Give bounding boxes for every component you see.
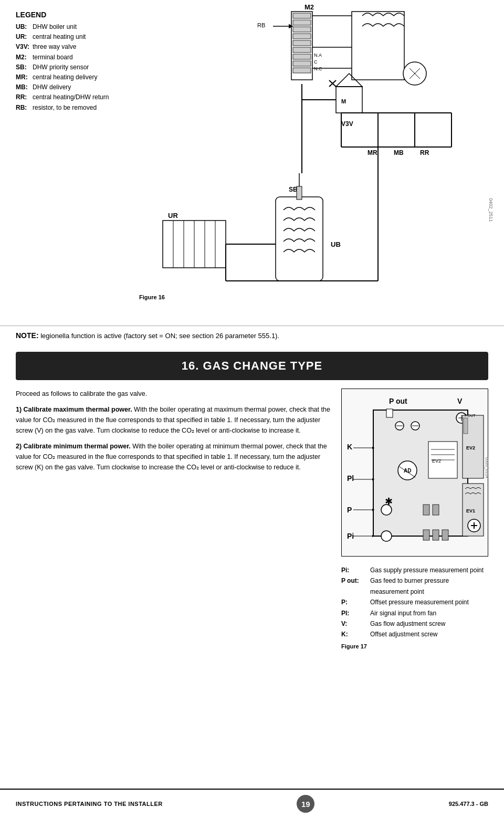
svg-text:EV1: EV1 bbox=[466, 508, 475, 513]
legend-desc: resistor, to be removed bbox=[33, 104, 97, 111]
section16-step1: 1) Calibrate maximum thermal power. With… bbox=[16, 404, 331, 436]
legend-desc: terminal board bbox=[33, 54, 73, 61]
legend-item: UB:DHW boiler unit bbox=[16, 22, 131, 32]
legend-abbr: SB: bbox=[16, 62, 33, 72]
svg-text:Pi: Pi bbox=[347, 532, 354, 540]
svg-point-93 bbox=[381, 505, 392, 515]
gas-legend-val: Gas supply pressure measurement point bbox=[370, 565, 488, 575]
svg-text:P.OUT: P.OUT bbox=[465, 414, 476, 417]
gas-legend-key: K: bbox=[341, 629, 370, 639]
gas-valve-diagram: P out V K Pl P Pi EV2 bbox=[341, 389, 488, 557]
legend-abbr: RB: bbox=[16, 103, 33, 113]
figure17-container: P out V K Pl P Pi EV2 bbox=[341, 389, 488, 649]
svg-rect-9 bbox=[293, 61, 311, 66]
svg-text:N.C: N.C bbox=[314, 66, 322, 71]
svg-rect-6 bbox=[293, 40, 311, 46]
svg-rect-7 bbox=[293, 47, 311, 53]
svg-text:M: M bbox=[341, 98, 346, 104]
svg-text:K: K bbox=[347, 443, 352, 451]
svg-text:UR: UR bbox=[168, 212, 178, 219]
gas-legend-item: Pi:Gas supply pressure measurement point bbox=[341, 565, 488, 575]
svg-text:UB: UB bbox=[331, 240, 341, 248]
legend-desc: central heating unit bbox=[33, 33, 86, 40]
svg-text:N.A: N.A bbox=[314, 53, 322, 58]
legend-abbr: RR: bbox=[16, 92, 33, 102]
legend-abbr: UR: bbox=[16, 32, 33, 42]
svg-rect-95 bbox=[433, 505, 439, 515]
svg-rect-3 bbox=[293, 20, 311, 25]
legend-abbr: UB: bbox=[16, 22, 33, 32]
svg-text:M2: M2 bbox=[304, 3, 314, 11]
legend-desc: DHW priority sensor bbox=[33, 64, 89, 71]
legend: LEGEND UB:DHW boiler unitUR:central heat… bbox=[16, 11, 131, 113]
gas-legend-item: K:Offset adjustment screw bbox=[341, 629, 488, 639]
svg-text:0402_2511: 0402_2511 bbox=[488, 198, 494, 222]
gas-legend-key: Pl: bbox=[341, 608, 370, 618]
gas-valve-svg: P out V K Pl P Pi EV2 bbox=[342, 389, 489, 557]
gas-legend-item: V:Gas flow adjustment screw bbox=[341, 618, 488, 629]
svg-text:RB: RB bbox=[257, 22, 265, 28]
figure17-label: Figure 17 bbox=[341, 643, 488, 649]
gas-legend-key: V: bbox=[341, 618, 370, 629]
svg-text:P: P bbox=[347, 506, 352, 514]
legend-desc: central heating delivery bbox=[33, 74, 97, 81]
gas-legend-item: P:Offset pressure measurement point bbox=[341, 597, 488, 607]
legend-item: RB:resistor, to be removed bbox=[16, 103, 131, 113]
gas-legend-val: Gas flow adjustment screw bbox=[370, 618, 488, 629]
legend-abbr: V3V: bbox=[16, 42, 33, 52]
svg-point-96 bbox=[381, 531, 392, 541]
svg-text:0310_0114: 0310_0114 bbox=[485, 457, 489, 479]
gas-legend-key: P out: bbox=[341, 575, 370, 597]
legend-item: MB:DHW delivery bbox=[16, 82, 131, 92]
legend-desc: central heating/DHW return bbox=[33, 93, 109, 101]
figure16-diagram: M2 N.A C N.C RB bbox=[136, 0, 494, 305]
svg-rect-94 bbox=[423, 505, 429, 515]
svg-text:EV2: EV2 bbox=[432, 458, 441, 464]
gas-legend-key: P: bbox=[341, 597, 370, 607]
svg-rect-43 bbox=[297, 186, 302, 200]
gas-legend-item: Pl:Air signal input from fan bbox=[341, 608, 488, 618]
legend-item: M2:terminal board bbox=[16, 53, 131, 62]
svg-rect-99 bbox=[442, 530, 448, 540]
note-label: NOTE: bbox=[16, 331, 39, 340]
svg-rect-98 bbox=[433, 530, 439, 540]
svg-text:V: V bbox=[457, 397, 463, 405]
footer-page-number: 19 bbox=[297, 795, 314, 813]
svg-rect-73 bbox=[464, 418, 468, 434]
section16-text: Proceed as follows to calibrate the gas … bbox=[16, 389, 331, 649]
footer: INSTRUCTIONS PERTAINING TO THE INSTALLER… bbox=[0, 789, 504, 818]
gas-legend-val: Air signal input from fan bbox=[370, 608, 488, 618]
legend-item: UR:central heating unit bbox=[16, 32, 131, 42]
step2-title: 2) Calibrate minimum thermal power. bbox=[16, 443, 131, 450]
gas-legend-val: Gas feed to burner pressure measurement … bbox=[370, 575, 488, 597]
legend-item: V3V:three way valve bbox=[16, 42, 131, 52]
footer-right-text: 925.477.3 - GB bbox=[449, 801, 488, 807]
legend-item: MR:central heating delivery bbox=[16, 72, 131, 82]
svg-text:MR: MR bbox=[368, 149, 377, 156]
svg-text:V3V: V3V bbox=[341, 120, 353, 128]
legend-desc: DHW boiler unit bbox=[33, 23, 77, 30]
legend-title: LEGEND bbox=[16, 11, 131, 19]
svg-rect-97 bbox=[423, 530, 429, 540]
step1-title: 1) Calibrate maximum thermal power. bbox=[16, 406, 132, 413]
section16-header: 16. GAS CHANGE TYPE bbox=[16, 352, 488, 380]
gas-legend-val: Offset adjustment screw bbox=[370, 629, 488, 639]
legend-desc: DHW delivery bbox=[33, 83, 71, 91]
section16-content: Proceed as follows to calibrate the gas … bbox=[0, 389, 504, 649]
svg-rect-5 bbox=[293, 34, 311, 39]
svg-text:AD: AD bbox=[404, 468, 411, 474]
svg-text:P out: P out bbox=[389, 397, 407, 405]
svg-text:Figure 16: Figure 16 bbox=[139, 294, 165, 300]
legend-item: SB:DHW priority sensor bbox=[16, 62, 131, 72]
svg-text:Pl: Pl bbox=[347, 474, 354, 483]
diagram16-svg: M2 N.A C N.C RB bbox=[136, 0, 494, 305]
legend-abbr: M2: bbox=[16, 53, 33, 62]
svg-text:MB: MB bbox=[394, 149, 404, 156]
svg-rect-10 bbox=[293, 68, 311, 73]
top-section: LEGEND UB:DHW boiler unitUR:central heat… bbox=[0, 0, 504, 326]
svg-text:C: C bbox=[314, 59, 318, 65]
svg-text:EV2: EV2 bbox=[466, 445, 475, 450]
legend-desc: three way valve bbox=[33, 43, 76, 50]
gas-legend: Pi:Gas supply pressure measurement point… bbox=[341, 565, 488, 640]
section16-step2: 2) Calibrate minimum thermal power. With… bbox=[16, 441, 331, 473]
